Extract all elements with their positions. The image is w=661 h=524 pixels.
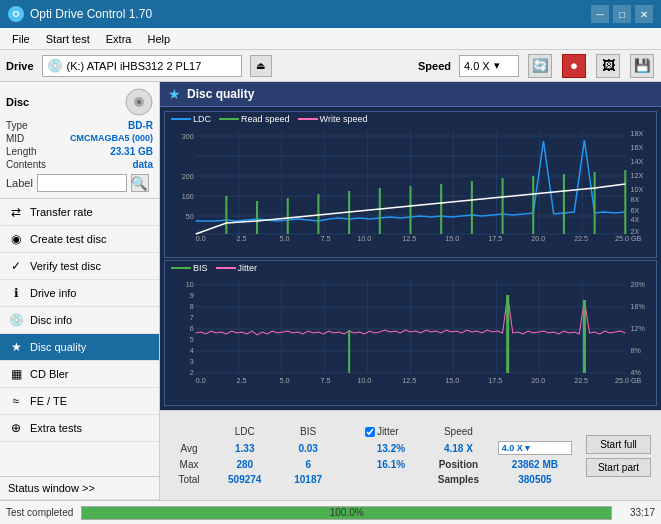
disc-label-row: Label 🔍 bbox=[6, 174, 153, 192]
statusbar: Test completed 100.0% 33:17 bbox=[0, 500, 661, 524]
menu-extra[interactable]: Extra bbox=[98, 31, 140, 47]
col-header-empty bbox=[168, 425, 210, 438]
disc-label-btn[interactable]: 🔍 bbox=[131, 174, 149, 192]
content-area: ★ Disc quality LDC Read speed bbox=[160, 82, 661, 500]
disc-info-icon: 💿 bbox=[8, 312, 24, 328]
col-header-speed: Speed bbox=[423, 425, 494, 438]
transfer-rate-icon: ⇄ bbox=[8, 204, 24, 220]
svg-text:10: 10 bbox=[186, 281, 194, 289]
disc-mid-row: MID CMCMAGBA5 (000) bbox=[6, 133, 153, 144]
svg-text:2: 2 bbox=[190, 369, 194, 377]
jitter-checkbox[interactable] bbox=[365, 427, 375, 437]
disc-contents-val: data bbox=[132, 159, 153, 170]
sidebar-spacer bbox=[0, 442, 159, 476]
sidebar-item-fe-te-label: FE / TE bbox=[30, 395, 67, 407]
sidebar-item-status-window[interactable]: Status window >> bbox=[0, 476, 159, 500]
content-header-icon: ★ bbox=[168, 86, 181, 102]
samples-val: 380505 bbox=[496, 473, 574, 486]
start-part-button[interactable]: Start part bbox=[586, 458, 651, 477]
disc-quality-icon: ★ bbox=[8, 339, 24, 355]
drive-select[interactable]: 💿 (K:) ATAPI iHBS312 2 PL17 bbox=[42, 55, 242, 77]
disc-label-input[interactable] bbox=[37, 174, 127, 192]
legend-read-speed-color bbox=[219, 118, 239, 120]
avg-ldc: 1.33 bbox=[212, 440, 277, 456]
legend-jitter-color bbox=[216, 267, 236, 269]
menu-help[interactable]: Help bbox=[139, 31, 178, 47]
legend-read-speed-label: Read speed bbox=[241, 114, 290, 124]
start-full-button[interactable]: Start full bbox=[586, 435, 651, 454]
drive-action-btn-3[interactable]: 🖼 bbox=[596, 54, 620, 78]
svg-text:10.0: 10.0 bbox=[357, 377, 371, 385]
total-ldc: 509274 bbox=[212, 473, 277, 486]
legend-bis: BIS bbox=[171, 263, 208, 273]
speed-value: 4.0 X bbox=[464, 60, 490, 72]
time-text: 33:17 bbox=[620, 507, 655, 518]
chart-bis: BIS Jitter bbox=[164, 260, 657, 407]
menu-start-test[interactable]: Start test bbox=[38, 31, 98, 47]
legend-jitter-label: Jitter bbox=[238, 263, 258, 273]
status-window-label: Status window >> bbox=[8, 482, 95, 494]
chart-ldc: LDC Read speed Write speed bbox=[164, 111, 657, 258]
sidebar-item-create-test-disc[interactable]: ◉ Create test disc bbox=[0, 226, 159, 253]
titlebar-left: O Opti Drive Control 1.70 bbox=[8, 6, 152, 22]
sidebar-item-extra-tests[interactable]: ⊕ Extra tests bbox=[0, 415, 159, 442]
avg-label: Avg bbox=[168, 440, 210, 456]
avg-jitter: 13.2% bbox=[361, 440, 421, 456]
svg-text:6X: 6X bbox=[630, 207, 639, 215]
svg-text:10X: 10X bbox=[630, 186, 643, 194]
sidebar-item-transfer-rate[interactable]: ⇄ Transfer rate bbox=[0, 199, 159, 226]
svg-text:20.0: 20.0 bbox=[531, 377, 545, 385]
svg-text:16%: 16% bbox=[630, 303, 645, 311]
sidebar-item-cd-bler-label: CD Bler bbox=[30, 368, 69, 380]
minimize-button[interactable]: ─ bbox=[591, 5, 609, 23]
svg-text:200: 200 bbox=[182, 173, 194, 181]
svg-text:4: 4 bbox=[190, 347, 194, 355]
svg-text:17.5: 17.5 bbox=[488, 235, 502, 241]
legend-write-speed-color bbox=[298, 118, 318, 120]
speed-dropdown-icon: ▾ bbox=[494, 59, 500, 72]
sidebar-item-create-test-disc-label: Create test disc bbox=[30, 233, 106, 245]
chart-ldc-legend: LDC Read speed Write speed bbox=[165, 112, 656, 126]
chart-ldc-svg: 300 200 100 50 18X 16X 14X 12X 10X 8X 6X… bbox=[165, 126, 656, 241]
svg-text:12X: 12X bbox=[630, 172, 643, 180]
menu-file[interactable]: File bbox=[4, 31, 38, 47]
speed-select[interactable]: 4.0 X ▾ bbox=[459, 55, 519, 77]
drive-action-btn-2[interactable]: ● bbox=[562, 54, 586, 78]
sidebar-item-drive-info[interactable]: ℹ Drive info bbox=[0, 280, 159, 307]
disc-contents-key: Contents bbox=[6, 159, 46, 170]
svg-text:4X: 4X bbox=[630, 216, 639, 224]
svg-text:0.0: 0.0 bbox=[196, 377, 206, 385]
speed-label: Speed bbox=[418, 60, 451, 72]
svg-text:0.0: 0.0 bbox=[196, 235, 206, 241]
maximize-button[interactable]: □ bbox=[613, 5, 631, 23]
col-header-bis: BIS bbox=[279, 425, 336, 438]
jitter-label[interactable]: Jitter bbox=[365, 426, 417, 437]
avg-speed-sel[interactable]: 4.0 X ▾ bbox=[496, 440, 574, 456]
svg-text:2.5: 2.5 bbox=[237, 377, 247, 385]
drive-eject-button[interactable]: ⏏ bbox=[250, 55, 272, 77]
titlebar-controls: ─ □ ✕ bbox=[591, 5, 653, 23]
legend-bis-label: BIS bbox=[193, 263, 208, 273]
disc-type-row: Type BD-R bbox=[6, 120, 153, 131]
sidebar-item-cd-bler[interactable]: ▦ CD Bler bbox=[0, 361, 159, 388]
svg-text:17.5: 17.5 bbox=[488, 377, 502, 385]
legend-write-speed-label: Write speed bbox=[320, 114, 368, 124]
drive-action-btn-4[interactable]: 💾 bbox=[630, 54, 654, 78]
sidebar: Disc Type BD-R MID CMCMAGBA5 (000) Lengt… bbox=[0, 82, 160, 500]
samples-label: Samples bbox=[423, 473, 494, 486]
speed-dropdown-avg[interactable]: 4.0 X ▾ bbox=[498, 441, 572, 455]
close-button[interactable]: ✕ bbox=[635, 5, 653, 23]
svg-text:6: 6 bbox=[190, 325, 194, 333]
svg-text:300: 300 bbox=[182, 133, 194, 141]
disc-mid-key: MID bbox=[6, 133, 24, 144]
sidebar-item-fe-te[interactable]: ≈ FE / TE bbox=[0, 388, 159, 415]
create-test-disc-icon: ◉ bbox=[8, 231, 24, 247]
nav: ⇄ Transfer rate ◉ Create test disc ✓ Ver… bbox=[0, 199, 159, 442]
sidebar-item-disc-info[interactable]: 💿 Disc info bbox=[0, 307, 159, 334]
sidebar-item-disc-quality[interactable]: ★ Disc quality bbox=[0, 334, 159, 361]
disc-type-val: BD-R bbox=[128, 120, 153, 131]
drive-action-btn-1[interactable]: 🔄 bbox=[528, 54, 552, 78]
col-header-speed-val bbox=[496, 425, 574, 438]
sidebar-item-verify-test-disc[interactable]: ✓ Verify test disc bbox=[0, 253, 159, 280]
jitter-check-label: Jitter bbox=[377, 426, 399, 437]
